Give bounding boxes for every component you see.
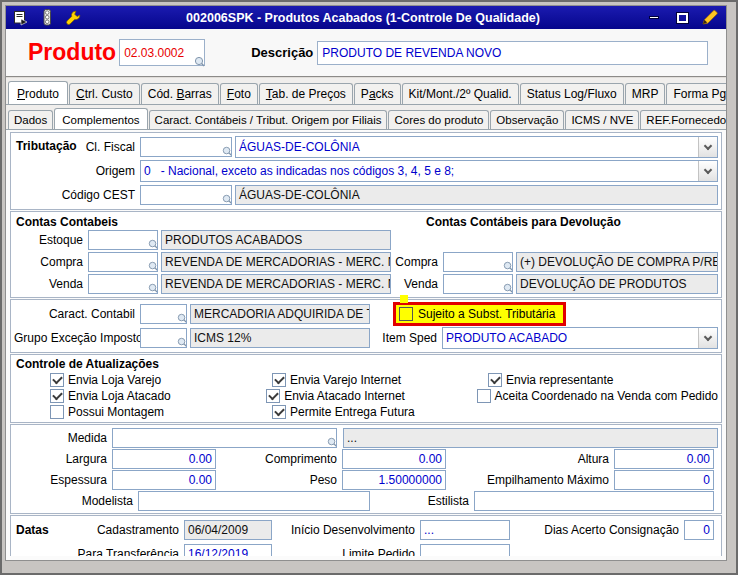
medida-field[interactable]: ... <box>112 428 337 448</box>
tab-status-log-fluxo[interactable]: Status Log/Fluxo <box>520 83 624 104</box>
tab-produto[interactable]: Produto <box>8 81 68 105</box>
estilista-field[interactable] <box>474 491 714 511</box>
group-controle-atualizacoes: Controle de Atualizações Envia Loja Vare… <box>10 354 722 423</box>
caract-contabil-desc-field: MERCADORIA ADQUIRIDA DE TERC <box>190 304 370 324</box>
subst-tributaria-label: Sujeito a Subst. Tributária <box>418 307 555 321</box>
lookup-magnifier-icon[interactable] <box>503 258 513 272</box>
product-code-value: 02.03.0002 <box>124 46 184 60</box>
grupo-excecao-code-field[interactable]: 30 <box>140 328 187 348</box>
caract-contabil-code-field[interactable]: 11 <box>140 304 187 324</box>
window-client: 002006SPK - Produtos Acabados (1-Control… <box>5 5 727 561</box>
espessura-field[interactable]: 0.00 <box>112 470 216 490</box>
tab-ref-fornecedor[interactable]: REF.Fornecedor <box>640 110 726 129</box>
devolucao-compra-code-field[interactable]: 3300701 <box>443 252 513 272</box>
wrench-icon[interactable] <box>64 9 82 26</box>
compra-code-field[interactable]: 3100101 <box>88 252 158 272</box>
compra-desc-field: REVENDA DE MERCADORIAS - MERC. NACIONA <box>161 252 391 272</box>
tab-observacao[interactable]: Observação <box>490 110 564 129</box>
chevron-down-icon[interactable] <box>698 161 717 181</box>
maximize-button[interactable] <box>672 10 692 25</box>
inicio-desenvolvimento-field[interactable]: ... <box>420 520 510 540</box>
item-sped-dropdown[interactable]: PRODUTO ACABADO <box>442 327 718 349</box>
checkbox-permite-entrega-futura[interactable]: Permite Entrega Futura <box>272 405 488 419</box>
checkbox-envia-atacado-internet[interactable]: Envia Atacado Internet <box>266 389 476 403</box>
medida-label: Medida <box>14 431 112 445</box>
tab-kit-mont-2-qualid[interactable]: Kit/Mont./2º Qualid. <box>402 83 519 104</box>
title-bar: 002006SPK - Produtos Acabados (1-Control… <box>6 6 726 29</box>
para-transferencia-field[interactable]: 16/12/2019 <box>184 544 272 556</box>
tab-caract-contabeis-tribut[interactable]: Caract. Contábeis / Tribut. Origem por F… <box>149 110 388 129</box>
modelista-field[interactable] <box>138 491 370 511</box>
cl-fiscal-code-field[interactable]: 3303.00.20 <box>140 137 232 157</box>
lookup-magnifier-icon[interactable] <box>148 258 158 272</box>
altura-field[interactable]: 0.00 <box>614 449 714 469</box>
lookup-magnifier-icon[interactable] <box>177 334 187 348</box>
tab-dados[interactable]: Dados <box>8 110 53 129</box>
estilista-label: Estilista <box>370 494 474 508</box>
edit-pencil-icon[interactable] <box>700 10 720 25</box>
devolucao-title: Contas Contábeis para Devolução <box>426 215 718 229</box>
item-sped-label: Item Sped <box>370 331 442 345</box>
largura-label: Largura <box>14 452 112 466</box>
venda-desc-field: REVENDA DE MERCADORIAS - MERC. NACIONA <box>161 274 391 294</box>
limite-pedido-field[interactable]: ... <box>420 544 510 556</box>
lookup-magnifier-icon[interactable] <box>148 280 158 294</box>
exit-form-icon[interactable] <box>12 9 30 26</box>
description-field[interactable]: PRODUTO DE REVENDA NOVO <box>317 41 708 65</box>
estoque-code-field[interactable]: 1140101 <box>88 230 158 250</box>
subst-tributaria-checkbox[interactable] <box>399 307 413 321</box>
lookup-magnifier-icon[interactable] <box>222 191 232 205</box>
tab-icms-nve[interactable]: ICMS / NVE <box>565 110 639 129</box>
devolucao-venda-code-field[interactable]: 3150102 <box>443 274 513 294</box>
lookup-magnifier-icon[interactable] <box>177 310 187 324</box>
tab-cores-do-produto[interactable]: Cores do produto <box>388 110 489 129</box>
largura-field[interactable]: 0.00 <box>112 449 216 469</box>
codigo-cest-desc-field: ÁGUAS-DE-COLÔNIA <box>235 185 718 205</box>
record-header: Produto 02.03.0002 Descrição PRODUTO DE … <box>6 29 726 78</box>
subst-tributaria-highlight: Sujeito a Subst. Tributária <box>393 302 566 326</box>
peso-label: Peso <box>216 473 342 487</box>
tab-tab-de-precos[interactable]: Tab. de Preços <box>259 83 353 104</box>
cl-fiscal-desc-dropdown[interactable]: ÁGUAS-DE-COLÔNIA <box>235 136 718 158</box>
product-code-field[interactable]: 02.03.0002 <box>119 39 205 66</box>
checkbox-envia-loja-varejo[interactable]: Envia Loja Varejo <box>50 373 272 387</box>
primary-tab-bar: Produto Ctrl. Custo Cód. Barras Foto Tab… <box>6 78 726 105</box>
checkbox-aceita-coordenado[interactable]: Aceita Coordenado na Venda com Pedido <box>477 389 719 403</box>
traffic-light-icon[interactable] <box>38 9 56 26</box>
altura-label: Altura <box>446 452 614 466</box>
devolucao-compra-label: Compra <box>391 255 443 269</box>
checkbox-possui-montagem[interactable]: Possui Montagem <box>50 405 272 419</box>
minimize-button[interactable] <box>644 10 664 25</box>
grupo-excecao-desc-field: ICMS 12% <box>190 328 370 348</box>
checkbox-envia-loja-atacado[interactable]: Envia Loja Atacado <box>50 389 266 403</box>
secondary-tab-bar: Dados Complementos Caract. Contábeis / T… <box>6 105 726 130</box>
tab-mrp[interactable]: MRP <box>625 83 666 104</box>
contas-title: Contas Contabeis <box>14 215 118 229</box>
tab-complementos[interactable]: Complementos <box>54 108 147 130</box>
group-datas: Datas Cadastramento 06/04/2009 Início De… <box>10 515 722 556</box>
lookup-magnifier-icon[interactable] <box>222 143 232 157</box>
dias-acerto-consignacao-field[interactable]: 0 <box>684 520 714 540</box>
checkbox-envia-representante[interactable]: Envia representante <box>488 373 613 387</box>
tab-foto[interactable]: Foto <box>220 83 258 104</box>
checkbox-envia-varejo-internet[interactable]: Envia Varejo Internet <box>272 373 488 387</box>
tab-ctrl-custo[interactable]: Ctrl. Custo <box>69 83 140 104</box>
tab-forma-pgto[interactable]: Forma Pgto. <box>666 83 726 104</box>
lookup-magnifier-icon[interactable] <box>148 236 158 250</box>
lookup-magnifier-icon[interactable] <box>327 434 337 448</box>
comprimento-field[interactable]: 0.00 <box>342 449 446 469</box>
chevron-down-icon[interactable] <box>698 137 717 157</box>
group-caract-contabil: Caract. Contabil 11 MERCADORIA ADQUIRIDA… <box>10 299 722 353</box>
tab-packs[interactable]: Packs <box>354 83 401 104</box>
lookup-magnifier-icon[interactable] <box>503 280 513 294</box>
cadastramento-field: 06/04/2009 <box>184 520 272 540</box>
peso-field[interactable]: 1.50000000 <box>342 470 446 490</box>
lookup-magnifier-icon[interactable] <box>194 56 205 70</box>
venda-code-field[interactable]: 3100101 <box>88 274 158 294</box>
codigo-cest-field[interactable]: 2000800 <box>140 185 232 205</box>
tab-cod-barras[interactable]: Cód. Barras <box>141 83 219 104</box>
origem-dropdown[interactable]: 0 - Nacional, exceto as indicadas nos có… <box>140 160 718 182</box>
chevron-down-icon[interactable] <box>698 328 717 348</box>
empilhamento-maximo-field[interactable]: 0 <box>614 470 714 490</box>
comprimento-label: Comprimento <box>216 452 342 466</box>
